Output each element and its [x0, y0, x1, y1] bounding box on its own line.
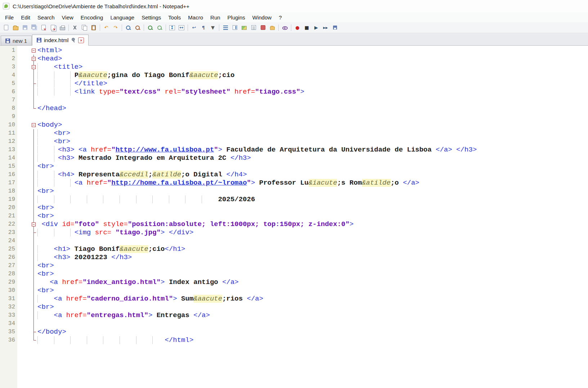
code-text[interactable] — [37, 320, 588, 328]
code-text[interactable]: <title> — [37, 63, 588, 71]
show-all-characters-button[interactable]: ¶ — [199, 23, 208, 32]
line-number[interactable]: 22 — [0, 220, 17, 229]
line-number[interactable]: 33 — [0, 311, 17, 320]
code-text[interactable]: <br> — [37, 129, 588, 137]
code-text[interactable]: <br> — [37, 212, 588, 220]
menu-search[interactable]: Search — [34, 12, 58, 22]
menu-tools[interactable]: Tools — [165, 12, 184, 22]
macro-playback-button[interactable]: ▶ — [312, 23, 320, 32]
code-text[interactable]: </body> — [37, 328, 588, 336]
code-text[interactable]: <br> — [37, 262, 588, 270]
line-number[interactable]: 36 — [0, 336, 17, 344]
line-number[interactable]: 30 — [0, 287, 17, 295]
line-number[interactable]: 34 — [0, 320, 17, 328]
macro-run-multiple-button[interactable]: ▸▸ — [321, 23, 330, 32]
code-text[interactable]: <link type="text/css" rel="stylesheet" h… — [37, 88, 588, 96]
code-text[interactable]: <html> — [37, 46, 588, 55]
plugin-icon-button[interactable] — [259, 23, 267, 32]
macro-save-button[interactable] — [331, 23, 339, 32]
fold-collapse-icon[interactable] — [32, 57, 36, 61]
line-number[interactable]: 24 — [0, 237, 17, 245]
fold-collapse-icon[interactable] — [32, 65, 36, 69]
code-text[interactable]: </title> — [37, 80, 588, 88]
menu-file[interactable]: File — [1, 12, 17, 22]
code-text[interactable]: <a href="index_antigo.html"> Index antig… — [37, 278, 588, 287]
code-text[interactable]: <h3> Mestrado Integrado em Arquitetura 2… — [37, 154, 588, 162]
line-number[interactable]: 4 — [0, 71, 17, 80]
code-text[interactable] — [37, 96, 588, 104]
paste-button[interactable] — [89, 23, 98, 32]
print-button[interactable] — [58, 23, 67, 32]
sync-vertical-scroll-button[interactable]: ↕ — [168, 23, 176, 32]
document-list-button[interactable] — [249, 23, 258, 32]
zoom-out-button[interactable] — [155, 23, 164, 32]
code-text[interactable]: <a href="entregas.html"> Entregas </a> — [37, 311, 588, 320]
redo-button[interactable]: ↷ — [111, 23, 120, 32]
line-number[interactable]: 23 — [0, 229, 17, 237]
line-number[interactable]: 16 — [0, 171, 17, 179]
line-number[interactable]: 20 — [0, 204, 17, 212]
menu-help[interactable]: ? — [275, 12, 285, 22]
line-number[interactable]: 2 — [0, 55, 17, 63]
tab-new-1[interactable]: new 1 — [1, 36, 32, 45]
word-wrap-button[interactable]: ↩ — [190, 23, 198, 32]
code-text[interactable]: <body> — [37, 121, 588, 129]
code-text[interactable]: <a href="caderno_diario.html"> Sum&aacut… — [37, 295, 588, 303]
save-button[interactable] — [21, 23, 29, 32]
menu-language[interactable]: Language — [107, 12, 138, 22]
code-text[interactable]: <h1> Tiago Bonif&aacute;cio</h1> — [37, 245, 588, 253]
code-text[interactable]: <br> — [37, 187, 588, 195]
code-text[interactable]: <head> — [37, 55, 588, 63]
document-snapshot-button[interactable] — [240, 23, 248, 32]
code-text[interactable]: 2025/2026 — [37, 195, 588, 204]
line-number[interactable]: 5 — [0, 80, 17, 88]
zoom-in-button[interactable] — [146, 23, 154, 32]
line-number[interactable]: 15 — [0, 162, 17, 171]
code-text[interactable]: </head> — [37, 104, 588, 113]
menu-settings[interactable]: Settings — [138, 12, 165, 22]
file-monitoring-button[interactable] — [280, 23, 289, 32]
close-tab-icon[interactable]: × — [78, 37, 84, 43]
code-text[interactable]: <br> — [37, 204, 588, 212]
line-number[interactable]: 29 — [0, 278, 17, 287]
new-file-button[interactable] — [2, 23, 10, 32]
pin-tab-icon[interactable] — [71, 37, 76, 43]
function-list-button[interactable] — [221, 23, 230, 32]
fold-collapse-icon[interactable] — [32, 222, 36, 226]
code-text[interactable]: <h3> 20201223 </h3> — [37, 253, 588, 262]
code-text[interactable] — [37, 113, 588, 121]
code-text[interactable]: <a href="http://home.fa.ulisboa.pt/~lrom… — [37, 179, 588, 187]
code-text[interactable]: <h3> <a href="http://www.fa.ulisboa.pt">… — [37, 146, 588, 154]
tab-index-html[interactable]: index.html × — [32, 35, 89, 46]
code-text[interactable]: <br> — [37, 270, 588, 278]
close-all-button[interactable] — [49, 23, 57, 32]
menu-macro[interactable]: Macro — [184, 12, 207, 22]
menu-view[interactable]: View — [58, 12, 77, 22]
code-text[interactable]: <br> — [37, 137, 588, 146]
line-number[interactable]: 8 — [0, 104, 17, 113]
sync-horizontal-scroll-button[interactable]: ↔ — [177, 23, 186, 32]
line-number[interactable]: 17 — [0, 179, 17, 187]
code-text[interactable]: <h4> Representa&ccedil;&atilde;o Digital… — [37, 171, 588, 179]
line-number[interactable]: 3 — [0, 63, 17, 71]
line-number[interactable]: 35 — [0, 328, 17, 336]
code-text[interactable]: <div id="foto" style="position:absolute;… — [37, 220, 588, 229]
find-button[interactable] — [124, 23, 133, 32]
line-number[interactable]: 26 — [0, 253, 17, 262]
line-number[interactable]: 25 — [0, 245, 17, 253]
line-number[interactable]: 12 — [0, 137, 17, 146]
undo-button[interactable]: ↶ — [102, 23, 111, 32]
macro-record-button[interactable]: ● — [293, 23, 302, 32]
code-text[interactable]: <br> — [37, 162, 588, 171]
line-number[interactable]: 18 — [0, 187, 17, 195]
close-file-button[interactable] — [39, 23, 48, 32]
open-file-button[interactable] — [11, 23, 20, 32]
menu-encoding[interactable]: Encoding — [77, 12, 107, 22]
fold-collapse-icon[interactable] — [32, 49, 36, 53]
line-number[interactable]: 19 — [0, 195, 17, 204]
menu-edit[interactable]: Edit — [17, 12, 34, 22]
document-map-button[interactable] — [230, 23, 239, 32]
code-text[interactable]: </html> — [37, 336, 588, 344]
line-number[interactable]: 32 — [0, 303, 17, 311]
menu-window[interactable]: Window — [249, 12, 275, 22]
